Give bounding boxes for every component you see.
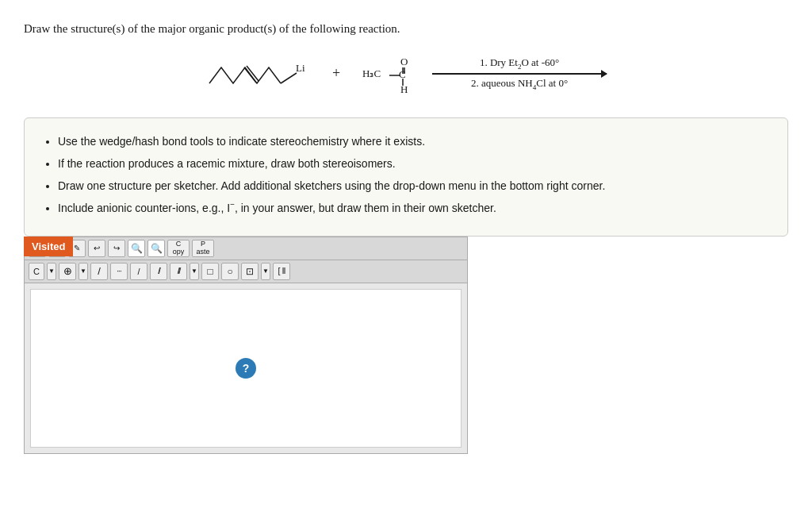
instructions-box: Use the wedge/hash bond tools to indicat…	[24, 117, 788, 237]
instruction-1: Use the wedge/hash bond tools to indicat…	[58, 133, 770, 152]
question-text: Draw the structure(s) of the major organ…	[24, 22, 788, 36]
sketcher-container: ☞ ⌂ ✎ ↩ ↪ 🔍 🔍 Copy Paste C ▼ ⊕ ▼ /	[24, 237, 468, 454]
bond-type-dropdown[interactable]: ▼	[190, 263, 199, 280]
atom-plus-dropdown[interactable]: ▼	[79, 263, 88, 280]
atom-plus-button[interactable]: ⊕	[59, 263, 76, 280]
sketcher-toolbar-top: ☞ ⌂ ✎ ↩ ↪ 🔍 🔍 Copy Paste	[25, 237, 467, 260]
instruction-4: Include anionic counter-ions, e.g., I−, …	[58, 198, 770, 217]
svg-text:H₃C: H₃C	[362, 67, 381, 79]
carbon-selector[interactable]: C	[29, 263, 44, 280]
svg-text:H: H	[400, 83, 408, 95]
reaction-arrow	[432, 73, 607, 75]
sketcher-canvas[interactable]: ?	[30, 289, 462, 448]
svg-text:Li: Li	[296, 62, 305, 74]
instruction-3: Draw one structure per sketcher. Add add…	[58, 177, 770, 196]
shape-dropdown[interactable]: ▼	[261, 263, 270, 280]
copy-button[interactable]: Copy	[167, 240, 190, 257]
reactant-ketone: H₃C C O H	[362, 52, 418, 95]
arrow-conditions: 1. Dry Et2O at -60° 2. aqueous NH4Cl at …	[432, 56, 607, 90]
triple-bond-button[interactable]: ///	[170, 263, 187, 280]
page-container: Draw the structure(s) of the major organ…	[0, 0, 812, 454]
sketcher-toolbar-bottom: C ▼ ⊕ ▼ / ··· / // /// ▼ □ ○ ⊡ ▼ [ǁ	[25, 260, 467, 283]
wedge-bond-button[interactable]: /	[130, 263, 147, 280]
svg-text:O: O	[400, 56, 408, 67]
zoom-out-button[interactable]: 🔍	[147, 240, 165, 257]
rectangle-tool[interactable]: □	[201, 263, 219, 280]
circle-tool[interactable]: ○	[221, 263, 239, 280]
svg-line-2	[281, 73, 297, 83]
visited-section: Visited ☞ ⌂ ✎ ↩ ↪ 🔍 🔍 Copy Paste C ▼	[24, 237, 788, 454]
redo-button[interactable]: ↪	[108, 240, 125, 257]
dotted-bond-button[interactable]: ···	[110, 263, 128, 280]
reactant-organolithium: Li	[205, 56, 310, 91]
paste-button[interactable]: Paste	[192, 240, 214, 257]
instructions-list: Use the wedge/hash bond tools to indicat…	[42, 133, 770, 218]
condition2-text: 2. aqueous NH4Cl at 0°	[471, 77, 568, 91]
double-wedge-button[interactable]: //	[150, 263, 167, 280]
help-button[interactable]: ?	[236, 358, 256, 379]
single-bond-button[interactable]: /	[90, 263, 108, 280]
bracket-tool[interactable]: ⊡	[241, 263, 259, 280]
carbon-dropdown[interactable]: ▼	[47, 263, 56, 280]
condition1-text: 1. Dry Et2O at -60°	[480, 56, 559, 71]
reaction-area: Li + H₃C C O H	[24, 52, 788, 95]
instruction-2: If the reaction produces a racemic mixtu…	[58, 155, 770, 174]
acetaldehyde-structure: H₃C C O H	[362, 52, 418, 95]
zoom-in-button[interactable]: 🔍	[128, 240, 145, 257]
undo-button[interactable]: ↩	[88, 240, 105, 257]
template-tool[interactable]: [ǁ	[273, 263, 290, 280]
polyene-structure: Li	[205, 56, 308, 91]
plus-sign: +	[332, 65, 340, 82]
visited-badge: Visited	[24, 237, 73, 256]
